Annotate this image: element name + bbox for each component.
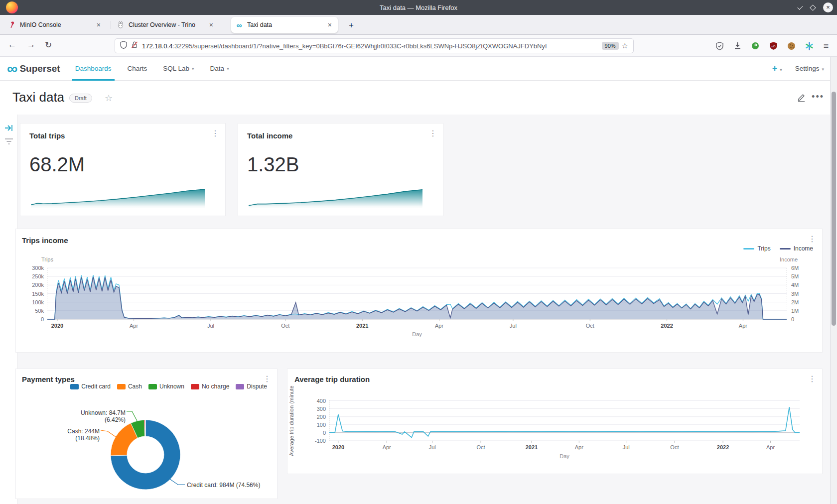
hamburger-menu-icon[interactable]: ≡: [821, 41, 831, 51]
ublock-origin-icon[interactable]: uO: [768, 41, 778, 51]
tab-strip: MinIO Console × Cluster Overview - Trino…: [0, 15, 837, 35]
trips-income-chart[interactable]: 300k6M250k5M200k4M150k3M100k2M50k1M00Tri…: [16, 229, 823, 353]
caret-down-icon: ▾: [227, 66, 229, 71]
svg-text:Apr: Apr: [766, 444, 775, 450]
legend-swatch: [236, 384, 244, 389]
draft-badge: Draft: [69, 94, 92, 103]
browser-toolbar: ← → ↻ 172.18.0.4:32295/superset/dashboar…: [0, 35, 837, 57]
superset-logo-icon: ∞: [7, 62, 17, 75]
zoom-level-badge[interactable]: 90%: [602, 42, 619, 50]
back-button[interactable]: ←: [8, 40, 16, 50]
svg-text:uO: uO: [771, 45, 775, 48]
settings-menu[interactable]: Settings▾: [795, 65, 824, 72]
add-new-button[interactable]: +▾: [772, 63, 782, 74]
callout-unknown: Unknown: 84.7M (6.42%): [61, 409, 126, 423]
green-extension-icon[interactable]: [750, 41, 760, 51]
tracking-shield-icon[interactable]: [120, 41, 127, 51]
tab-cluster-overview-trino[interactable]: Cluster Overview - Trino ×: [113, 17, 219, 33]
legend-item-no-charge[interactable]: No charge: [191, 383, 229, 390]
chart-title: Total income: [247, 131, 292, 140]
tab-close-icon[interactable]: ×: [326, 21, 334, 29]
url-host: 172.18.0.4: [142, 42, 172, 50]
page-scrollbar[interactable]: [830, 57, 837, 504]
chart-kebab-menu[interactable]: ⋮: [429, 128, 437, 138]
superset-logo[interactable]: ∞ Superset: [7, 62, 60, 75]
scrollbar-thumb[interactable]: [832, 92, 836, 326]
total-income-sparkline[interactable]: [249, 187, 422, 208]
svg-text:200: 200: [317, 414, 326, 420]
tab-close-icon[interactable]: ×: [95, 21, 103, 29]
tab-taxi-data-active[interactable]: ∞ Taxi data ×: [231, 17, 338, 33]
nav-data[interactable]: Data▾: [202, 57, 237, 81]
card-total-trips: Total trips ⋮ 68.2M: [20, 123, 226, 216]
svg-text:2021: 2021: [526, 444, 538, 450]
downloads-icon[interactable]: [732, 41, 742, 51]
svg-text:Average trip duration (minute: Average trip duration (minute: [288, 385, 294, 456]
income-area: [47, 277, 787, 319]
average-trip-duration-chart[interactable]: 4003002001000-100Average trip duration (…: [287, 369, 823, 475]
firefox-logo-icon: [6, 1, 18, 13]
window-close-button[interactable]: ×: [823, 2, 833, 12]
total-trips-sparkline[interactable]: [31, 187, 205, 208]
svg-text:Oct: Oct: [281, 323, 289, 329]
expand-filter-bar-icon[interactable]: [4, 124, 14, 134]
superset-brand-name: Superset: [19, 63, 60, 74]
protection-shield-check-icon[interactable]: [714, 41, 724, 51]
svg-text:0: 0: [41, 316, 44, 322]
dashboard-more-menu[interactable]: •••: [812, 92, 824, 102]
filter-funnel-icon[interactable]: [4, 137, 14, 147]
svg-text:2020: 2020: [51, 323, 63, 329]
legend-swatch: [70, 384, 79, 389]
insecure-lock-icon[interactable]: [131, 41, 138, 51]
legend-item-unknown[interactable]: Unknown: [148, 383, 184, 390]
nav-dashboards[interactable]: Dashboards: [67, 57, 120, 81]
svg-text:Apr: Apr: [435, 323, 443, 329]
svg-text:Apr: Apr: [739, 323, 747, 329]
legend-item-cash[interactable]: Cash: [117, 383, 142, 390]
window-maximize-icon[interactable]: [810, 4, 816, 11]
svg-text:2021: 2021: [356, 323, 368, 329]
nav-charts[interactable]: Charts: [120, 57, 155, 81]
reload-button[interactable]: ↻: [45, 40, 52, 50]
legend-item-credit-card[interactable]: Credit card: [70, 383, 111, 390]
tab-close-icon[interactable]: ×: [207, 21, 215, 29]
url-rest: :32295/superset/dashboard/1/?native_filt…: [172, 42, 547, 50]
favorite-star-icon[interactable]: ☆: [105, 93, 113, 104]
svg-text:Apr: Apr: [383, 444, 391, 450]
card-average-trip-duration: Average trip duration ⋮ 4003002001000-10…: [287, 369, 823, 474]
svg-text:1M: 1M: [791, 308, 799, 314]
chart-kebab-menu[interactable]: ⋮: [211, 128, 219, 138]
asterisk-extension-icon[interactable]: [804, 41, 814, 51]
forward-button[interactable]: →: [27, 40, 35, 50]
trino-bunny-icon: [117, 21, 125, 29]
svg-text:3M: 3M: [791, 291, 799, 297]
cookie-extension-icon[interactable]: [786, 41, 796, 51]
svg-text:Day: Day: [559, 453, 569, 459]
edit-dashboard-icon[interactable]: [797, 93, 806, 104]
svg-text:0: 0: [791, 316, 794, 322]
caret-down-icon: ▾: [780, 67, 782, 72]
chart-kebab-menu[interactable]: ⋮: [263, 374, 271, 383]
svg-text:Oct: Oct: [586, 323, 594, 329]
legend-swatch: [148, 384, 157, 389]
tab-label: MinIO Console: [20, 21, 95, 28]
dashboard-header: Taxi data Draft ☆ •••: [0, 81, 837, 115]
chart-title: Total trips: [29, 131, 65, 140]
url-text[interactable]: 172.18.0.4:32295/superset/dashboard/1/?n…: [142, 42, 599, 50]
new-tab-button[interactable]: +: [345, 19, 358, 32]
svg-text:4M: 4M: [791, 282, 799, 288]
svg-text:Jul: Jul: [623, 444, 630, 450]
callout-credit-card: Credit card: 984M (74.56%): [187, 482, 272, 489]
tab-minio-console[interactable]: MinIO Console ×: [4, 17, 107, 33]
caret-down-icon: ▾: [192, 66, 194, 71]
chart-title: Payment types: [22, 375, 75, 383]
url-bar[interactable]: 172.18.0.4:32295/superset/dashboard/1/?n…: [115, 38, 634, 53]
window-minimize-icon[interactable]: [797, 4, 803, 9]
svg-text:2020: 2020: [332, 444, 344, 450]
bookmark-star-icon[interactable]: ☆: [622, 41, 628, 50]
card-trips-income: Trips income ⋮ Trips Income 300k6M250k5M…: [15, 229, 823, 353]
legend-item-dispute[interactable]: Dispute: [236, 383, 267, 390]
window-titlebar: Taxi data — Mozilla Firefox ×: [0, 0, 837, 15]
svg-text:5M: 5M: [791, 273, 799, 279]
nav-sql-lab[interactable]: SQL Lab▾: [155, 57, 202, 81]
